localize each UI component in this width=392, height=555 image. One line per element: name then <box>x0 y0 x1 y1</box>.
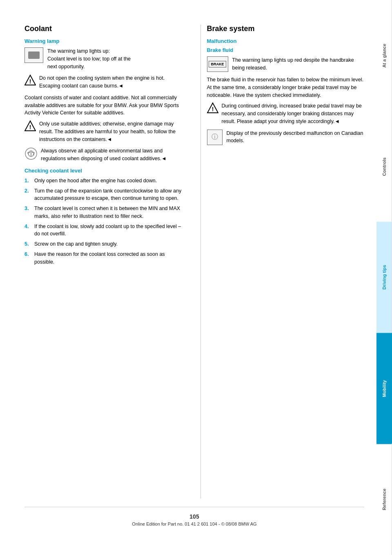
step-2: 2. Turn the cap of the expansion tank co… <box>24 187 182 203</box>
step-3: 3. The coolant level is correct when it … <box>24 205 182 220</box>
recycle-box: Always observe all applicable environmen… <box>24 147 182 163</box>
step-4-text: If the coolant is low, slowly add coolan… <box>34 223 182 238</box>
sidebar-tab-at-a-glance[interactable]: At a glance <box>376 0 392 111</box>
page-number: 105 <box>24 513 364 520</box>
step-6: 6. Have the reason for the coolant loss … <box>24 251 182 266</box>
svg-text:!: ! <box>29 124 31 130</box>
brake-lamp-icon: BRAKE <box>207 56 228 72</box>
brake-system-title: Brake system <box>207 25 365 33</box>
brake-fluid-body: The brake fluid in the reservoir has fal… <box>207 76 365 99</box>
coolant-steps-list: 1. Only open the hood after the engine h… <box>24 177 182 266</box>
brake-lamp-box: BRAKE The warning lamp lights up red des… <box>207 56 365 72</box>
recycle-icon <box>24 147 38 160</box>
sidebar-tab-driving-tips-label: Driving tips <box>382 265 387 290</box>
step-6-num: 6. <box>24 251 31 266</box>
brake-warning-triangle: ! <box>207 102 218 114</box>
canadian-icon-symbol: ⓘ <box>212 133 218 141</box>
checking-coolant-subtitle: Checking coolant level <box>24 168 182 174</box>
recycle-text: Always observe all applicable environmen… <box>41 147 182 163</box>
warning-lamp-subtitle: Warning lamp <box>24 38 182 44</box>
sidebar-tab-at-a-glance-label: At a glance <box>382 43 387 67</box>
step-1: 1. Only open the hood after the engine h… <box>24 177 182 185</box>
step-5-text: Screw on the cap and tighten snugly. <box>34 240 118 248</box>
step-6-text: Have the reason for the coolant loss cor… <box>34 251 182 266</box>
step-2-num: 2. <box>24 187 31 203</box>
sidebar-tab-driving-tips[interactable]: Driving tips <box>376 222 392 333</box>
coolant-lamp-inner <box>28 51 40 59</box>
step-3-num: 3. <box>24 205 31 220</box>
two-columns: Coolant Warning lamp The warning lamp li… <box>24 25 364 499</box>
warning-box-1: ! Do not open the cooling system when th… <box>24 74 182 90</box>
step-5-num: 5. <box>24 240 31 248</box>
brake-lamp-text: The warning lamp lights up red despite t… <box>232 56 365 72</box>
warning-triangle-svg-2: ! <box>24 120 36 132</box>
coolant-lamp-text: The warning lamp lights up: Coolant leve… <box>47 47 131 70</box>
right-column: Brake system Malfunction Brake fluid BRA… <box>200 25 365 499</box>
warning-lamp-box: The warning lamp lights up: Coolant leve… <box>24 47 182 70</box>
brake-label: BRAKE <box>209 61 226 67</box>
page-container: Coolant Warning lamp The warning lamp li… <box>0 0 392 555</box>
canadian-box: ⓘ Display of the previously described ma… <box>207 130 365 145</box>
body-text-1: Coolant consists of water and coolant ad… <box>24 94 182 117</box>
canadian-text: Display of the previously described malf… <box>227 130 365 145</box>
coolant-lamp-icon <box>24 47 43 63</box>
sidebar-tab-mobility[interactable]: Mobility <box>376 333 392 444</box>
main-content: Coolant Warning lamp The warning lamp li… <box>0 0 376 555</box>
sidebar-tab-controls[interactable]: Controls <box>376 111 392 222</box>
left-column: Coolant Warning lamp The warning lamp li… <box>24 25 188 499</box>
step-3-text: The coolant level is correct when it is … <box>34 205 182 220</box>
step-4: 4. If the coolant is low, slowly add coo… <box>24 223 182 238</box>
brake-warning-triangle-svg: ! <box>207 102 218 114</box>
warning-text-2: Only use suitable additives; otherwise, … <box>39 120 182 143</box>
coolant-title: Coolant <box>24 25 182 33</box>
warning-triangle-svg-1: ! <box>24 74 36 86</box>
sidebar-tab-reference-label: Reference <box>382 489 387 510</box>
step-4-num: 4. <box>24 223 31 238</box>
brake-warning-box: ! During continued driving, increased br… <box>207 102 365 125</box>
warning-triangle-1: ! <box>24 74 36 86</box>
sidebar: At a glance Controls Driving tips Mobili… <box>376 0 392 555</box>
warning-triangle-2: ! <box>24 120 36 132</box>
brake-fluid-subtitle: Brake fluid <box>207 47 365 53</box>
sidebar-tab-mobility-label: Mobility <box>382 380 387 397</box>
sidebar-tab-reference[interactable]: Reference <box>376 444 392 555</box>
step-1-num: 1. <box>24 177 31 185</box>
footer-text: Online Edition for Part no. 01 41 2 601 … <box>132 521 256 526</box>
svg-text:!: ! <box>212 106 214 112</box>
malfunction-subtitle: Malfunction <box>207 38 365 44</box>
step-2-text: Turn the cap of the expansion tank count… <box>34 187 182 203</box>
page-footer: 105 Online Edition for Part no. 01 41 2 … <box>24 507 364 530</box>
warning-box-2: ! Only use suitable additives; otherwise… <box>24 120 182 143</box>
brake-warning-text: During continued driving, increased brak… <box>222 102 365 125</box>
svg-text:!: ! <box>29 78 31 85</box>
canadian-icon: ⓘ <box>207 130 223 145</box>
sidebar-tab-controls-label: Controls <box>382 157 387 176</box>
step-1-text: Only open the hood after the engine has … <box>34 177 157 185</box>
step-5: 5. Screw on the cap and tighten snugly. <box>24 240 182 248</box>
warning-text-1: Do not open the cooling system when the … <box>39 74 182 90</box>
